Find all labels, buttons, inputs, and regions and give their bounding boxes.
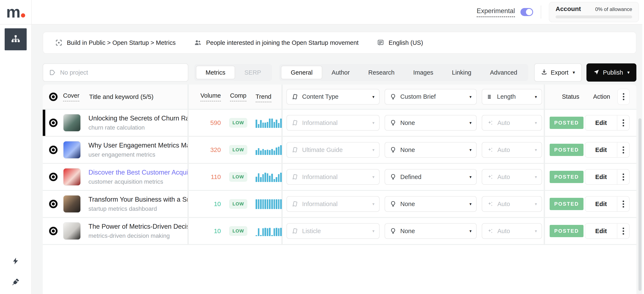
- lightbulb-icon: [390, 146, 396, 153]
- tab-metrics[interactable]: Metrics: [196, 66, 235, 79]
- plug-icon[interactable]: [11, 278, 20, 287]
- language-text: English (US): [389, 39, 423, 46]
- chevron-down-icon: ▾: [470, 120, 472, 125]
- experimental-toggle[interactable]: [520, 8, 533, 16]
- content-type-select[interactable]: Informational ▾: [286, 169, 380, 185]
- content-type-icon: [292, 146, 298, 153]
- row-select-radio[interactable]: [49, 173, 58, 181]
- row-title[interactable]: Unlocking the Secrets of Churn Rate: [88, 115, 188, 122]
- row-select-radio[interactable]: [49, 200, 58, 208]
- status-badge: POSTED: [550, 198, 584, 210]
- column-header-comp[interactable]: Comp: [230, 92, 246, 101]
- lightning-icon[interactable]: [12, 256, 20, 266]
- account-card[interactable]: Account 0% of allowance: [549, 2, 639, 22]
- row-keyword: startup metrics dashboard: [88, 205, 188, 212]
- tab-research[interactable]: Research: [359, 66, 404, 79]
- cover-thumbnail[interactable]: [63, 222, 81, 240]
- custom-brief-select[interactable]: None ▾: [384, 142, 477, 158]
- content-type-icon: [292, 93, 298, 100]
- row-menu-button[interactable]: [617, 224, 629, 238]
- cover-thumbnail[interactable]: [63, 168, 81, 186]
- row-title[interactable]: Why User Engagement Metrics Matter: [88, 142, 188, 149]
- custom-brief-select[interactable]: None ▾: [384, 196, 477, 212]
- project-filter[interactable]: No project: [43, 63, 188, 82]
- column-header-trend[interactable]: Trend: [256, 93, 272, 102]
- right-edge-panel: [642, 0, 644, 294]
- custom-brief-bulk-select[interactable]: Custom Brief ▾: [384, 89, 477, 105]
- column-header-volume[interactable]: Volume: [200, 92, 221, 101]
- toolbar: No project Metrics SERP General Author R…: [43, 63, 636, 82]
- table-menu-button[interactable]: [617, 89, 630, 105]
- edit-button[interactable]: Edit: [585, 170, 617, 184]
- column-header-action: Action: [593, 93, 610, 100]
- row-select-radio[interactable]: [49, 119, 58, 127]
- cover-thumbnail[interactable]: [63, 195, 81, 213]
- chevron-down-icon: ▾: [372, 229, 374, 234]
- edit-button[interactable]: Edit: [585, 197, 617, 211]
- tab-general[interactable]: General: [281, 66, 322, 79]
- export-button[interactable]: Export ▾: [534, 63, 582, 82]
- row-select-radio[interactable]: [49, 146, 58, 154]
- kebab-icon: [623, 174, 624, 181]
- content-type-bulk-select[interactable]: Content Type ▾: [286, 89, 380, 105]
- competition-badge: LOW: [229, 145, 247, 155]
- publish-button[interactable]: Publish ▾: [586, 63, 636, 82]
- language-context[interactable]: English (US): [377, 39, 423, 46]
- vertical-scrollbar[interactable]: [638, 118, 642, 291]
- content-type-select[interactable]: Informational ▾: [286, 196, 380, 212]
- content-type-select[interactable]: Listicle ▾: [286, 223, 380, 239]
- audience-context[interactable]: People interested in joining the Open St…: [194, 39, 358, 47]
- row-menu-button[interactable]: [617, 115, 629, 130]
- cover-thumbnail[interactable]: [63, 114, 81, 132]
- row-action-group: Edit: [585, 169, 630, 185]
- length-bulk-select[interactable]: Length ▾: [482, 89, 542, 105]
- row-select-radio[interactable]: [49, 227, 58, 235]
- select-all-radio[interactable]: [49, 93, 58, 101]
- edit-button[interactable]: Edit: [585, 142, 617, 157]
- project-filter-placeholder: No project: [60, 69, 88, 76]
- content-type-select[interactable]: Informational ▾: [286, 115, 380, 131]
- trend-sparkline: [256, 199, 282, 209]
- competition-badge: LOW: [229, 199, 247, 209]
- edit-button[interactable]: Edit: [585, 224, 617, 238]
- tab-images[interactable]: Images: [404, 66, 442, 79]
- chevron-down-icon: ▾: [470, 147, 472, 152]
- table-empty-area: [43, 245, 636, 294]
- column-header-cover[interactable]: Cover: [63, 92, 79, 101]
- length-lines-icon: [487, 94, 493, 100]
- tab-serp[interactable]: SERP: [235, 66, 270, 79]
- row-menu-button[interactable]: [617, 170, 629, 184]
- row-menu-button[interactable]: [617, 142, 629, 157]
- row-menu-button[interactable]: [617, 197, 629, 211]
- download-icon: [541, 69, 547, 76]
- row-title[interactable]: The Power of Metrics-Driven Decision: [88, 223, 188, 230]
- length-select[interactable]: Auto ▾: [482, 169, 542, 185]
- tab-author[interactable]: Author: [322, 66, 359, 79]
- length-select[interactable]: Auto ▾: [482, 196, 542, 212]
- tab-linking[interactable]: Linking: [442, 66, 481, 79]
- lightbulb-icon: [390, 201, 396, 207]
- column-header-title: Title and keyword (5/5): [89, 93, 154, 100]
- cover-thumbnail[interactable]: [63, 141, 81, 159]
- edit-button[interactable]: Edit: [585, 115, 617, 130]
- focus-target-icon: [55, 39, 62, 46]
- row-title[interactable]: Transform Your Business with a Smart: [88, 196, 188, 203]
- tab-advanced[interactable]: Advanced: [481, 66, 526, 79]
- custom-brief-select[interactable]: None ▾: [384, 223, 477, 239]
- content-table: Cover Title and keyword (5/5) Volume Com…: [43, 84, 636, 294]
- kebab-icon: [623, 93, 624, 100]
- length-select[interactable]: Auto ▾: [482, 223, 542, 239]
- breadcrumb[interactable]: Build in Public > Open Startup > Metrics: [55, 39, 176, 46]
- length-select[interactable]: Auto ▾: [482, 142, 542, 158]
- row-keyword: user engagement metrics: [88, 151, 188, 158]
- content-type-select[interactable]: Ultimate Guide ▾: [286, 142, 380, 158]
- kebab-icon: [623, 201, 624, 208]
- context-bar: Build in Public > Open Startup > Metrics…: [43, 32, 636, 54]
- sidebar-item-pipeline[interactable]: [5, 28, 27, 50]
- custom-brief-select[interactable]: Defined ▾: [384, 169, 477, 185]
- row-title[interactable]: Discover the Best Customer Acquisition: [88, 169, 188, 176]
- length-select[interactable]: Auto ▾: [482, 115, 542, 131]
- competition-badge: LOW: [229, 172, 247, 182]
- custom-brief-select[interactable]: None ▾: [384, 115, 477, 131]
- app-logo[interactable]: m: [6, 4, 25, 20]
